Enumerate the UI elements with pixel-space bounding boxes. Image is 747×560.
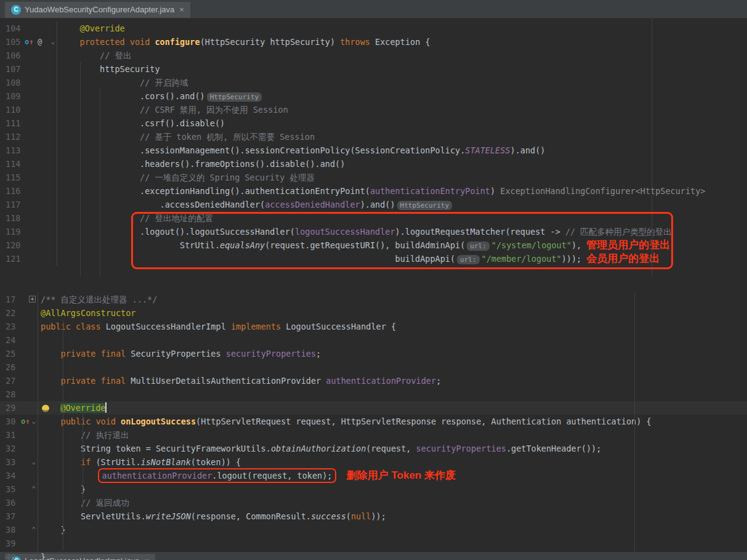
fold-end-icon[interactable]: ⌃ (31, 482, 36, 496)
gutter[interactable] (19, 388, 38, 401)
code-line-28[interactable]: 28 (0, 388, 747, 401)
gutter[interactable] (23, 157, 57, 171)
code-text: null (351, 511, 371, 521)
code-line-40[interactable]: 40} (0, 550, 747, 560)
code-line-22[interactable]: 22@AllArgsConstructor (0, 306, 747, 320)
gutter[interactable] (23, 103, 57, 116)
gutter[interactable] (19, 333, 38, 347)
gutter[interactable] (19, 469, 38, 482)
gutter[interactable] (23, 184, 57, 198)
tab-yudao-web-security-configurer-adapter[interactable]: C YudaoWebSecurityConfigurerAdapter.java… (5, 2, 190, 18)
code-text: MultiUserDetailsAuthenticationProvider (126, 376, 326, 386)
line-number: 35 (0, 482, 19, 496)
gutter[interactable] (23, 89, 57, 103)
code-line-117[interactable]: 117 .accessDeniedHandler(accessDeniedHan… (0, 198, 747, 211)
gutter[interactable] (23, 144, 57, 157)
gutter[interactable]: o↑⌄ (19, 415, 38, 428)
gutter[interactable]: ⌄ (19, 455, 38, 469)
code-line-36[interactable]: 36 // 返回成功 (0, 496, 747, 509)
code-text: // 基于 token 机制, 所以不需要 Session (140, 132, 315, 142)
line-number: 107 (0, 62, 23, 76)
gutter[interactable] (23, 211, 57, 225)
code-line-31[interactable]: 31 // 执行退出 (0, 428, 747, 442)
annotation-gutter-icon[interactable]: @ (38, 35, 42, 49)
code-text: authenticationProvider (102, 471, 212, 481)
gutter[interactable]: ⌃ (19, 523, 38, 537)
fold-collapse-icon[interactable]: ⌄ (31, 455, 36, 469)
gutter[interactable] (19, 320, 38, 333)
code-line-113[interactable]: 113 .sessionManagement().sessionCreation… (0, 144, 747, 157)
close-icon[interactable]: × (179, 3, 184, 17)
editor-pane-bottom[interactable]: C LogoutSuccessHandlerImpl.java × 17+/**… (0, 276, 747, 560)
fold-expand-icon[interactable]: + (29, 296, 36, 302)
code-line-24[interactable]: 24 (0, 333, 747, 347)
code-line-39[interactable]: 39 (0, 537, 747, 550)
code-line-110[interactable]: 110 // CSRF 禁用, 因为不使用 Session (0, 103, 747, 116)
code-text: configure (155, 37, 200, 47)
gutter[interactable] (19, 509, 38, 523)
code-line-109[interactable]: 109 .cors().and()HttpSecurity (0, 89, 747, 103)
gutter[interactable] (19, 428, 38, 442)
gutter[interactable] (19, 374, 38, 388)
gutter[interactable] (23, 252, 57, 266)
intention-bulb-icon[interactable] (42, 405, 49, 412)
gutter[interactable] (23, 238, 57, 252)
gutter[interactable] (23, 49, 57, 62)
code-line-17[interactable]: 17+/** 自定义退出处理器 ...*/ (0, 293, 747, 306)
gutter[interactable] (19, 306, 38, 320)
gutter[interactable] (23, 76, 57, 89)
gutter[interactable] (19, 442, 38, 455)
gutter[interactable] (23, 116, 57, 130)
override-method-icon[interactable]: o↑ (25, 35, 33, 49)
gutter[interactable] (23, 22, 57, 35)
code-content: .cors().and()HttpSecurity (57, 89, 747, 103)
code-line-35[interactable]: 35⌃ } (0, 482, 747, 496)
code-line-104[interactable]: 104 @Override (0, 22, 747, 35)
gutter[interactable]: + (19, 293, 38, 306)
override-method-icon[interactable]: o↑ (21, 415, 30, 428)
line-number: 115 (0, 171, 23, 184)
fold-end-icon[interactable]: ⌃ (31, 523, 36, 537)
gutter[interactable] (19, 401, 38, 415)
fold-collapse-icon[interactable]: ⌄ (50, 35, 55, 49)
code-content: private final MultiUserDetailsAuthentica… (38, 374, 747, 388)
gutter[interactable] (19, 537, 38, 550)
code-content: } (38, 523, 747, 537)
code-text (116, 416, 121, 426)
line-number: 108 (0, 76, 23, 89)
code-line-106[interactable]: 106 // 登出 (0, 49, 747, 62)
code-line-29[interactable]: 29 @Override (0, 401, 747, 415)
code-line-116[interactable]: 116 .exceptionHandling().authenticationE… (0, 184, 747, 198)
gutter[interactable] (19, 360, 38, 374)
code-line-108[interactable]: 108 // 开启跨域 (0, 76, 747, 89)
gutter[interactable] (19, 496, 38, 509)
code-line-27[interactable]: 27 private final MultiUserDetailsAuthent… (0, 374, 747, 388)
code-line-26[interactable]: 26 (0, 360, 747, 374)
code-area-bottom[interactable]: 17+/** 自定义退出处理器 ...*/22@AllArgsConstruct… (0, 293, 747, 560)
gutter[interactable]: o↑@⌄ (23, 35, 57, 49)
code-text (125, 37, 130, 47)
code-line-112[interactable]: 112 // 基于 token 机制, 所以不需要 Session (0, 130, 747, 144)
fold-collapse-icon[interactable]: ⌄ (31, 415, 36, 428)
code-line-33[interactable]: 33⌄ if (StrUtil.isNotBlank(token)) { (0, 455, 747, 469)
gutter[interactable] (19, 550, 38, 560)
code-line-25[interactable]: 25 private final SecurityProperties secu… (0, 347, 747, 360)
code-line-30[interactable]: 30o↑⌄ public void onLogoutSuccess(HttpSe… (0, 415, 747, 428)
code-line-105[interactable]: 105o↑@⌄ protected void configure(HttpSec… (0, 35, 747, 49)
code-line-115[interactable]: 115 // 一堆自定义的 Spring Security 处理器 (0, 171, 747, 184)
gutter[interactable] (23, 62, 57, 76)
gutter[interactable] (23, 171, 57, 184)
code-line-111[interactable]: 111 .csrf().disable() (0, 116, 747, 130)
code-line-32[interactable]: 32 String token = SecurityFrameworkUtils… (0, 442, 747, 455)
gutter[interactable] (23, 225, 57, 238)
code-line-37[interactable]: 37 ServletUtils.writeJSON(response, Comm… (0, 509, 747, 523)
code-line-38[interactable]: 38⌃ } (0, 523, 747, 537)
gutter[interactable] (23, 130, 57, 144)
code-line-107[interactable]: 107 httpSecurity (0, 62, 747, 76)
code-line-114[interactable]: 114 .headers().frameOptions().disable().… (0, 157, 747, 171)
code-line-34[interactable]: 34 authenticationProvider.logout(request… (0, 469, 747, 482)
gutter[interactable] (19, 347, 38, 360)
code-line-23[interactable]: 23public class LogoutSuccessHandlerImpl … (0, 320, 747, 333)
gutter[interactable] (23, 198, 57, 211)
gutter[interactable]: ⌃ (19, 482, 38, 496)
